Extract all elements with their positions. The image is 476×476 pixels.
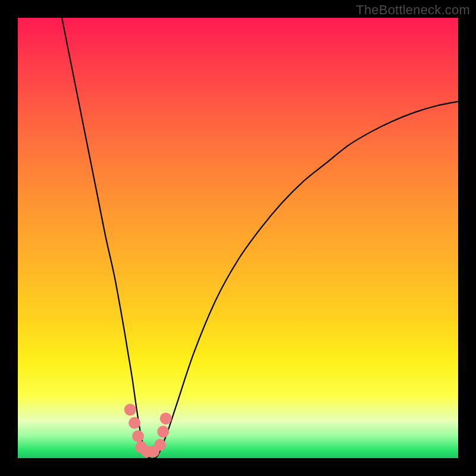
plot-area xyxy=(18,18,458,458)
chart-frame: TheBottleneck.com xyxy=(0,0,476,476)
curve-svg xyxy=(18,18,458,458)
highlight-dot xyxy=(157,426,169,438)
highlight-dot xyxy=(160,412,172,424)
highlight-dot xyxy=(124,404,136,416)
watermark-text: TheBottleneck.com xyxy=(356,2,470,18)
bottleneck-curve xyxy=(62,18,458,459)
highlight-dots xyxy=(124,404,172,458)
highlight-dot xyxy=(154,439,166,451)
highlight-dot xyxy=(132,430,144,442)
highlight-dot xyxy=(129,417,140,429)
